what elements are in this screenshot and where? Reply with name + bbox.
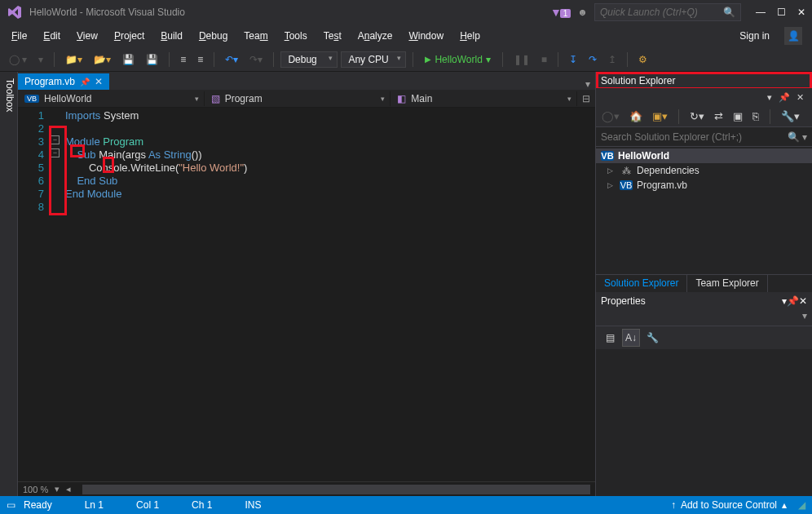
tab-team-explorer[interactable]: Team Explorer [687,275,767,292]
outdent-button[interactable]: ≡ [193,51,207,68]
vb-badge-icon: VB [24,95,39,103]
user-icon[interactable]: 👤 [784,27,802,45]
property-pages-button[interactable]: 🔧 [643,329,661,347]
collapse-all-icon[interactable]: ⇄ [712,109,726,124]
output-window-icon[interactable]: ▭ [7,499,15,511]
tab-solution-explorer[interactable]: Solution Explorer [596,275,687,292]
scroll-left-icon[interactable]: ◂ [66,484,71,494]
statusbar: ▭ Ready Ln 1 Col 1 Ch 1 INS ↑ Add to Sou… [0,496,812,514]
fold-column[interactable]: − − [51,108,62,481]
menu-project[interactable]: Project [106,27,152,45]
start-target-label: HelloWorld [435,54,482,65]
expand-icon[interactable]: ▷ [607,181,616,189]
resize-grip-icon[interactable]: ◢ [798,499,805,511]
file-tabs-overflow-icon[interactable]: ▾ [580,78,595,90]
panel-pin-icon[interactable]: 📌 [787,295,799,307]
menu-file[interactable]: File [3,27,35,45]
show-all-icon[interactable]: ▣ [730,109,745,124]
menu-team[interactable]: Team [236,27,276,45]
menu-window[interactable]: Window [400,27,452,45]
menu-tools[interactable]: Tools [276,27,316,45]
panel-pin-icon[interactable]: 📌 [775,92,793,103]
toolbox-panel-tab[interactable]: Toolbox [0,72,18,496]
source-control-button[interactable]: Add to Source Control [681,499,777,511]
nav-bar: VB HelloWorld ▧ Program ◧ Main ⊟ [18,90,595,108]
config-dropdown[interactable]: Debug [280,51,338,68]
start-debug-button[interactable]: HelloWorld ▾ [420,52,495,67]
file-tab-program[interactable]: Program.vb 📌 ✕ [18,73,109,90]
pin-icon[interactable]: 📌 [80,78,90,86]
code-content[interactable]: Imports System Module Program Sub Main(a… [62,108,595,481]
menu-view[interactable]: View [68,27,106,45]
feedback-icon[interactable]: ☻ [577,7,588,18]
sync-icon[interactable]: ▣▾ [650,109,670,124]
properties-icon[interactable]: 🔧▾ [779,109,802,124]
quick-launch-input[interactable]: Quick Launch (Ctrl+Q) 🔍 [594,3,741,21]
tree-item-dependencies[interactable]: ▷ ⁂ Dependencies [596,163,812,178]
horizontal-scrollbar[interactable] [82,485,590,494]
platform-dropdown[interactable]: Any CPU [341,51,406,68]
nav-type-label: Program [225,93,263,104]
zoom-dropdown-icon[interactable]: ▾ [55,484,60,494]
step-over-button[interactable]: ↷ [585,51,601,68]
code-editor[interactable]: 12345678 − − Imports System Module Progr… [18,108,595,481]
maximize-button[interactable]: ☐ [777,7,786,18]
alphabetical-button[interactable]: A↓ [622,329,640,347]
source-control-dropdown-icon[interactable]: ▴ [782,499,787,511]
copy-icon[interactable]: ⎘ [750,109,761,124]
publish-icon[interactable]: ↑ [671,499,676,511]
tree-item-program[interactable]: ▷ VB Program.vb [596,178,812,193]
save-button[interactable]: 💾 [118,51,139,68]
status-ready: Ready [24,499,52,511]
redo-button[interactable]: ↷▾ [245,51,267,68]
solution-tree[interactable]: VB HelloWorld ▷ ⁂ Dependencies ▷ VB Prog… [596,147,812,274]
pause-button[interactable]: ❚❚ [510,51,534,68]
solution-explorer-toolbar: ◯▾ 🏠 ▣▾ ↻▾ ⇄ ▣ ⎘ 🔧▾ [596,106,812,127]
step-out-button[interactable]: ↥ [604,51,620,68]
fold-toggle-icon[interactable]: − [51,135,60,144]
quick-launch-placeholder: Quick Launch (Ctrl+Q) [600,7,698,18]
nav-forward-button[interactable]: ▾ [34,51,47,68]
menu-debug[interactable]: Debug [191,27,236,45]
notification-flag-icon[interactable]: ▼1 [550,6,571,19]
nav-type-dropdown[interactable]: ▧ Program [205,91,391,106]
categorized-button[interactable]: ▤ [601,329,619,347]
menu-edit[interactable]: Edit [35,27,68,45]
menu-build[interactable]: Build [152,27,191,45]
undo-button[interactable]: ↶▾ [221,51,242,68]
properties-panel: Properties ▾ 📌 ✕ ▾ ▤ A↓ 🔧 [596,292,812,496]
fold-toggle-icon[interactable]: − [51,148,60,157]
split-editor-icon[interactable]: ⊟ [577,93,595,104]
file-tab-label: Program.vb [24,76,75,87]
properties-object-dropdown[interactable]: ▾ [596,310,812,326]
nav-back-button[interactable]: ◯ ▾ [5,51,31,68]
zoom-level[interactable]: 100 % [23,485,48,494]
menu-analyze[interactable]: Analyze [350,27,401,45]
tree-root[interactable]: VB HelloWorld [596,148,812,163]
solution-search[interactable]: 🔍 ▾ [596,127,812,147]
panel-dropdown-icon[interactable]: ▾ [764,92,775,103]
nav-member-dropdown[interactable]: ◧ Main [391,91,577,106]
minimize-button[interactable]: — [756,7,766,18]
new-project-button[interactable]: 📁▾ [61,51,86,68]
signin-button[interactable]: Sign in [731,27,778,45]
home-icon[interactable]: 🏠 [627,109,645,124]
panel-close-icon[interactable]: ✕ [799,295,807,307]
step-into-button[interactable]: ↧ [565,51,581,68]
back-icon[interactable]: ◯▾ [599,109,622,124]
expand-icon[interactable]: ▷ [607,166,616,175]
refresh-icon[interactable]: ↻▾ [687,109,707,124]
close-button[interactable]: ✕ [797,7,805,18]
solution-search-input[interactable] [601,131,788,143]
config-manager-button[interactable]: ⚙ [634,51,651,68]
panel-close-icon[interactable]: ✕ [793,92,807,103]
menu-help[interactable]: Help [452,27,488,45]
stop-button[interactable]: ■ [537,51,551,68]
properties-grid[interactable] [596,349,812,496]
close-tab-icon[interactable]: ✕ [95,76,103,87]
save-all-button[interactable]: 💾 [142,51,162,68]
indent-button[interactable]: ≡ [176,51,190,68]
open-file-button[interactable]: 📂▾ [90,51,115,68]
menu-test[interactable]: Test [316,27,350,45]
nav-project-dropdown[interactable]: VB HelloWorld [18,91,205,106]
